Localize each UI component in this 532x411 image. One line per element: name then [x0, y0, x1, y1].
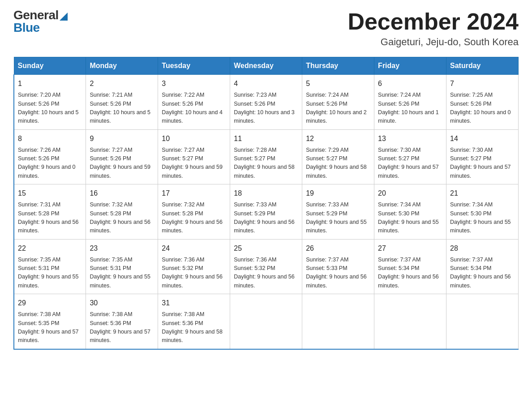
- day-number: 13: [378, 133, 442, 144]
- day-number: 28: [450, 243, 515, 254]
- day-number: 21: [450, 188, 515, 199]
- day-info: Sunrise: 7:20 AMSunset: 5:26 PMDaylight:…: [18, 91, 82, 126]
- day-info: Sunrise: 7:29 AMSunset: 5:27 PMDaylight:…: [306, 146, 370, 181]
- day-number: 14: [450, 133, 515, 144]
- page-subtitle: Gaigeturi, Jeju-do, South Korea: [348, 36, 519, 48]
- day-number: 30: [90, 298, 154, 308]
- day-info: Sunrise: 7:37 AMSunset: 5:34 PMDaylight:…: [378, 256, 442, 291]
- day-info: Sunrise: 7:38 AMSunset: 5:36 PMDaylight:…: [162, 310, 226, 345]
- day-info: Sunrise: 7:31 AMSunset: 5:28 PMDaylight:…: [18, 201, 82, 235]
- calendar-day-header: Saturday: [446, 57, 519, 75]
- calendar-day-header: Friday: [374, 57, 446, 75]
- day-number: 16: [90, 188, 154, 199]
- calendar-day-cell: 8Sunrise: 7:26 AMSunset: 5:26 PMDaylight…: [14, 129, 86, 184]
- day-info: Sunrise: 7:26 AMSunset: 5:26 PMDaylight:…: [18, 146, 82, 181]
- calendar-day-cell: 10Sunrise: 7:27 AMSunset: 5:27 PMDayligh…: [158, 129, 230, 184]
- calendar-day-cell: 9Sunrise: 7:27 AMSunset: 5:26 PMDaylight…: [86, 129, 158, 184]
- day-number: 17: [162, 188, 226, 199]
- day-number: 4: [234, 78, 298, 89]
- calendar-day-cell: 7Sunrise: 7:25 AMSunset: 5:26 PMDaylight…: [446, 75, 519, 130]
- day-number: 12: [306, 133, 370, 144]
- calendar-day-cell: 3Sunrise: 7:22 AMSunset: 5:26 PMDaylight…: [158, 75, 230, 130]
- day-info: Sunrise: 7:24 AMSunset: 5:26 PMDaylight:…: [306, 91, 370, 126]
- day-info: Sunrise: 7:37 AMSunset: 5:34 PMDaylight:…: [450, 256, 515, 291]
- calendar-day-cell: 22Sunrise: 7:35 AMSunset: 5:31 PMDayligh…: [14, 239, 86, 294]
- day-info: Sunrise: 7:35 AMSunset: 5:31 PMDaylight:…: [90, 256, 154, 291]
- day-info: Sunrise: 7:30 AMSunset: 5:27 PMDaylight:…: [378, 146, 442, 181]
- page-header: General Blue December 2024 Gaigeturi, Je…: [13, 9, 519, 48]
- day-info: Sunrise: 7:28 AMSunset: 5:27 PMDaylight:…: [234, 146, 298, 181]
- svg-marker-0: [60, 13, 68, 21]
- calendar-day-cell: [446, 294, 519, 349]
- calendar-day-cell: 30Sunrise: 7:38 AMSunset: 5:36 PMDayligh…: [86, 294, 158, 349]
- calendar-week-row: 22Sunrise: 7:35 AMSunset: 5:31 PMDayligh…: [14, 239, 519, 294]
- day-info: Sunrise: 7:25 AMSunset: 5:26 PMDaylight:…: [450, 91, 515, 126]
- day-number: 22: [18, 243, 82, 254]
- day-info: Sunrise: 7:33 AMSunset: 5:29 PMDaylight:…: [306, 201, 370, 235]
- calendar-day-cell: 6Sunrise: 7:24 AMSunset: 5:26 PMDaylight…: [374, 75, 446, 130]
- logo-triangle-icon: [60, 11, 68, 21]
- calendar-day-cell: 4Sunrise: 7:23 AMSunset: 5:26 PMDaylight…: [230, 75, 302, 130]
- day-number: 5: [306, 78, 370, 89]
- day-number: 15: [18, 188, 82, 199]
- day-info: Sunrise: 7:23 AMSunset: 5:26 PMDaylight:…: [234, 91, 298, 126]
- day-info: Sunrise: 7:36 AMSunset: 5:32 PMDaylight:…: [162, 256, 226, 291]
- day-number: 9: [90, 133, 154, 144]
- page-title: December 2024: [348, 9, 519, 34]
- day-number: 11: [234, 133, 298, 144]
- calendar-day-cell: [230, 294, 302, 349]
- calendar-day-cell: 14Sunrise: 7:30 AMSunset: 5:27 PMDayligh…: [446, 129, 519, 184]
- calendar-day-header: Monday: [86, 57, 158, 75]
- day-number: 3: [162, 78, 226, 89]
- day-info: Sunrise: 7:32 AMSunset: 5:28 PMDaylight:…: [162, 201, 226, 235]
- day-info: Sunrise: 7:32 AMSunset: 5:28 PMDaylight:…: [90, 201, 154, 235]
- day-number: 25: [234, 243, 298, 254]
- calendar-day-cell: 19Sunrise: 7:33 AMSunset: 5:29 PMDayligh…: [302, 184, 374, 240]
- calendar-day-cell: 18Sunrise: 7:33 AMSunset: 5:29 PMDayligh…: [230, 184, 302, 240]
- calendar-day-cell: [374, 294, 446, 349]
- day-info: Sunrise: 7:35 AMSunset: 5:31 PMDaylight:…: [18, 256, 82, 291]
- calendar-day-cell: 24Sunrise: 7:36 AMSunset: 5:32 PMDayligh…: [158, 239, 230, 294]
- calendar-week-row: 8Sunrise: 7:26 AMSunset: 5:26 PMDaylight…: [14, 129, 519, 184]
- day-info: Sunrise: 7:34 AMSunset: 5:30 PMDaylight:…: [378, 201, 442, 235]
- day-number: 27: [378, 243, 442, 254]
- day-number: 31: [162, 298, 226, 308]
- calendar-day-cell: 15Sunrise: 7:31 AMSunset: 5:28 PMDayligh…: [14, 184, 86, 240]
- logo-general-text: General: [13, 9, 59, 21]
- calendar-day-cell: 20Sunrise: 7:34 AMSunset: 5:30 PMDayligh…: [374, 184, 446, 240]
- calendar-day-cell: 16Sunrise: 7:32 AMSunset: 5:28 PMDayligh…: [86, 184, 158, 240]
- calendar-day-cell: 31Sunrise: 7:38 AMSunset: 5:36 PMDayligh…: [158, 294, 230, 349]
- day-number: 20: [378, 188, 442, 199]
- calendar-week-row: 1Sunrise: 7:20 AMSunset: 5:26 PMDaylight…: [14, 75, 519, 130]
- calendar-week-row: 29Sunrise: 7:38 AMSunset: 5:35 PMDayligh…: [14, 294, 519, 349]
- title-area: December 2024 Gaigeturi, Jeju-do, South …: [348, 9, 519, 48]
- day-number: 1: [18, 78, 82, 89]
- calendar-day-cell: 11Sunrise: 7:28 AMSunset: 5:27 PMDayligh…: [230, 129, 302, 184]
- calendar-day-header: Thursday: [302, 57, 374, 75]
- day-info: Sunrise: 7:27 AMSunset: 5:26 PMDaylight:…: [90, 146, 154, 181]
- day-info: Sunrise: 7:34 AMSunset: 5:30 PMDaylight:…: [450, 201, 515, 235]
- day-number: 8: [18, 133, 82, 144]
- calendar-day-cell: 5Sunrise: 7:24 AMSunset: 5:26 PMDaylight…: [302, 75, 374, 130]
- calendar-day-cell: [302, 294, 374, 349]
- calendar-day-cell: 28Sunrise: 7:37 AMSunset: 5:34 PMDayligh…: [446, 239, 519, 294]
- day-number: 18: [234, 188, 298, 199]
- calendar-day-cell: 12Sunrise: 7:29 AMSunset: 5:27 PMDayligh…: [302, 129, 374, 184]
- logo-blue-text: Blue: [13, 21, 40, 34]
- day-number: 7: [450, 78, 515, 89]
- calendar-day-cell: 23Sunrise: 7:35 AMSunset: 5:31 PMDayligh…: [86, 239, 158, 294]
- calendar-day-header: Sunday: [14, 57, 86, 75]
- calendar-day-cell: 27Sunrise: 7:37 AMSunset: 5:34 PMDayligh…: [374, 239, 446, 294]
- day-info: Sunrise: 7:38 AMSunset: 5:36 PMDaylight:…: [90, 310, 154, 345]
- calendar-week-row: 15Sunrise: 7:31 AMSunset: 5:28 PMDayligh…: [14, 184, 519, 240]
- day-info: Sunrise: 7:33 AMSunset: 5:29 PMDaylight:…: [234, 201, 298, 235]
- day-info: Sunrise: 7:36 AMSunset: 5:32 PMDaylight:…: [234, 256, 298, 291]
- calendar-day-cell: 1Sunrise: 7:20 AMSunset: 5:26 PMDaylight…: [14, 75, 86, 130]
- logo: General Blue: [13, 9, 68, 34]
- calendar-day-cell: 29Sunrise: 7:38 AMSunset: 5:35 PMDayligh…: [14, 294, 86, 349]
- calendar-day-cell: 17Sunrise: 7:32 AMSunset: 5:28 PMDayligh…: [158, 184, 230, 240]
- day-number: 29: [18, 298, 82, 308]
- day-number: 6: [378, 78, 442, 89]
- day-number: 19: [306, 188, 370, 199]
- day-number: 23: [90, 243, 154, 254]
